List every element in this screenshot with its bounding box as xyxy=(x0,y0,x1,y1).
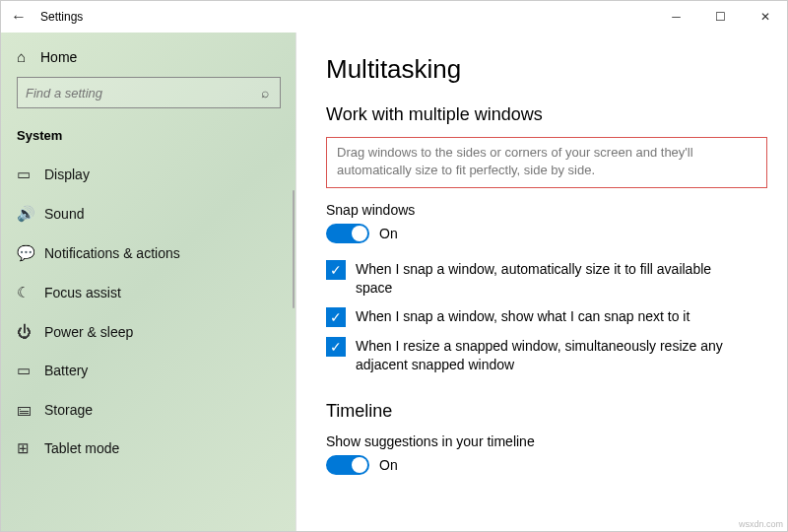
sidebar-item-label: Focus assist xyxy=(44,285,121,300)
scrollbar[interactable] xyxy=(293,190,295,308)
page-title: Multitasking xyxy=(326,54,767,85)
power-icon: ⏻ xyxy=(17,323,44,340)
checkbox-row[interactable]: ✓ When I resize a snapped window, simult… xyxy=(326,332,750,379)
description-text: Drag windows to the sides or corners of … xyxy=(337,144,756,179)
sidebar-item-sound[interactable]: 🔊 Sound xyxy=(1,194,296,233)
sidebar-item-storage[interactable]: 🖴 Storage xyxy=(1,390,296,429)
minimize-button[interactable]: ─ xyxy=(654,1,698,33)
checkbox-icon: ✓ xyxy=(326,337,346,357)
checkbox-label: When I snap a window, automatically size… xyxy=(356,260,750,298)
timeline-toggle-state: On xyxy=(379,457,398,473)
sidebar-item-focus[interactable]: ☾ Focus assist xyxy=(1,273,296,312)
checkbox-label: When I resize a snapped window, simultan… xyxy=(356,337,750,374)
description-box: Drag windows to the sides or corners of … xyxy=(326,137,767,188)
sidebar-item-battery[interactable]: ▭ Battery xyxy=(1,351,296,390)
home-icon: ⌂ xyxy=(17,48,40,65)
sidebar-item-label: Display xyxy=(44,166,90,182)
search-input[interactable] xyxy=(18,86,250,100)
section-heading: Work with multiple windows xyxy=(326,104,767,125)
tablet-icon: ⊞ xyxy=(17,439,44,457)
close-button[interactable]: ✕ xyxy=(743,1,787,33)
focus-icon: ☾ xyxy=(17,284,44,301)
checkbox-icon: ✓ xyxy=(326,260,346,280)
sound-icon: 🔊 xyxy=(17,205,44,223)
window-controls: ─ ☐ ✕ xyxy=(654,1,787,33)
home-label: Home xyxy=(40,49,77,65)
sidebar-item-display[interactable]: ▭ Display xyxy=(1,155,296,194)
sidebar-item-tablet[interactable]: ⊞ Tablet mode xyxy=(1,429,296,468)
display-icon: ▭ xyxy=(17,166,44,183)
sidebar-item-label: Storage xyxy=(44,402,93,418)
snap-toggle-state: On xyxy=(379,226,398,241)
section-heading: Timeline xyxy=(326,401,767,422)
app-title: Settings xyxy=(40,10,83,24)
checkbox-icon: ✓ xyxy=(326,307,346,327)
checkbox-row[interactable]: ✓ When I snap a window, automatically si… xyxy=(326,255,750,302)
sidebar-item-label: Notifications & actions xyxy=(44,245,180,261)
home-link[interactable]: ⌂ Home xyxy=(1,40,296,77)
main-content: Multitasking Work with multiple windows … xyxy=(296,33,787,531)
notifications-icon: 💬 xyxy=(17,244,44,262)
sidebar-item-label: Battery xyxy=(44,363,88,378)
sidebar-item-notifications[interactable]: 💬 Notifications & actions xyxy=(1,233,296,273)
back-button[interactable]: ← xyxy=(11,8,40,26)
timeline-label: Show suggestions in your timeline xyxy=(326,433,767,449)
sidebar-item-label: Tablet mode xyxy=(44,440,119,456)
snap-label: Snap windows xyxy=(326,202,767,218)
sidebar-item-power[interactable]: ⏻ Power & sleep xyxy=(1,312,296,351)
battery-icon: ▭ xyxy=(17,362,44,379)
search-icon: ⌕ xyxy=(250,85,280,100)
timeline-toggle[interactable] xyxy=(326,455,369,475)
snap-toggle[interactable] xyxy=(326,224,369,243)
sidebar-item-label: Sound xyxy=(44,206,84,222)
search-box[interactable]: ⌕ xyxy=(17,77,281,108)
category-heading: System xyxy=(1,122,296,155)
sidebar: ⌂ Home ⌕ System ▭ Display 🔊 Sound 💬 Noti… xyxy=(1,33,296,531)
sidebar-item-label: Power & sleep xyxy=(44,324,133,340)
storage-icon: 🖴 xyxy=(17,401,44,418)
maximize-button[interactable]: ☐ xyxy=(698,1,743,33)
checkbox-row[interactable]: ✓ When I snap a window, show what I can … xyxy=(326,302,750,332)
checkbox-label: When I snap a window, show what I can sn… xyxy=(356,307,690,326)
watermark: wsxdn.com xyxy=(739,519,783,529)
